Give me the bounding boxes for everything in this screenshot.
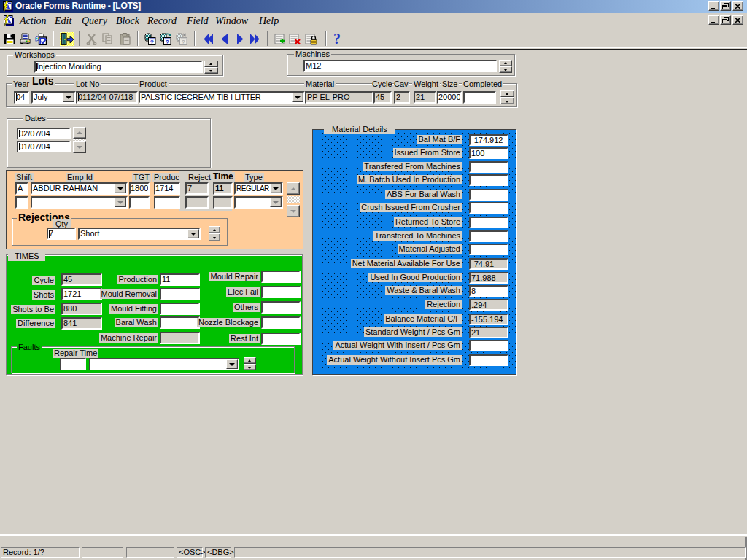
svg-text:?: ? <box>150 39 154 45</box>
svg-text:?: ? <box>166 39 169 45</box>
svg-text:?: ? <box>182 39 185 45</box>
